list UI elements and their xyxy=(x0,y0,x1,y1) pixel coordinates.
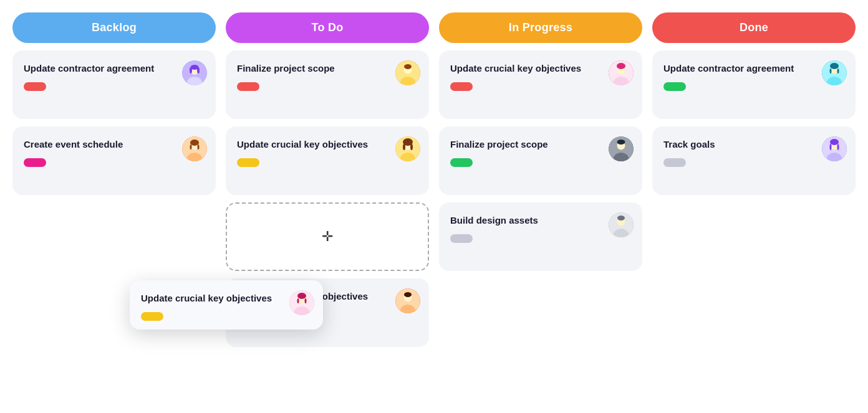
tag-ip3 xyxy=(450,234,473,243)
avatar-t4 xyxy=(395,288,420,313)
svg-point-11 xyxy=(190,140,199,146)
move-icon: ✛ xyxy=(322,229,333,245)
svg-point-45 xyxy=(837,69,839,74)
svg-point-55 xyxy=(297,293,306,299)
card-b2[interactable]: Create event schedule xyxy=(12,126,216,195)
tag-b1 xyxy=(24,82,46,91)
column-header-backlog: Backlog xyxy=(12,12,216,43)
column-header-inprogress: In Progress xyxy=(439,12,642,43)
avatar-circle-ip1 xyxy=(609,60,634,85)
column-done: Done Update contractor agreement xyxy=(652,12,856,195)
avatar-b1 xyxy=(182,60,207,85)
avatar-b2 xyxy=(182,136,207,161)
card-d1[interactable]: Update contractor agreement xyxy=(652,50,856,119)
dragged-card-tag xyxy=(141,312,163,321)
avatar-t1 xyxy=(395,60,420,85)
card-title-ip3: Build design assets xyxy=(450,214,632,227)
tag-ip1 xyxy=(450,82,473,91)
column-backlog: Backlog Update contractor agreement xyxy=(12,12,216,195)
card-title-b2: Create event schedule xyxy=(24,138,206,151)
svg-point-17 xyxy=(404,64,412,69)
svg-point-44 xyxy=(830,69,832,74)
avatar-circle-t4 xyxy=(395,288,420,313)
avatar-circle-b1 xyxy=(182,60,207,85)
avatar-d1 xyxy=(822,60,847,85)
avatar-ip1 xyxy=(609,60,634,85)
card-title-t1: Finalize project scope xyxy=(237,62,419,75)
card-title-ip1: Update crucial key objectives xyxy=(450,62,632,75)
column-inprogress: In Progress Update crucial key objective… xyxy=(439,12,642,271)
svg-point-13 xyxy=(198,145,200,150)
svg-point-27 xyxy=(404,292,412,297)
avatar-circle-d2 xyxy=(822,136,847,161)
card-t2[interactable]: Update crucial key objectives xyxy=(226,126,429,195)
avatar-circle-t1 xyxy=(395,60,420,85)
avatar-ip2 xyxy=(609,136,634,161)
svg-point-22 xyxy=(403,144,405,150)
avatar-circle-t2 xyxy=(395,136,420,161)
card-t1[interactable]: Finalize project scope xyxy=(226,50,429,119)
avatar-circle-ip2 xyxy=(609,136,634,161)
card-ip1[interactable]: Update crucial key objectives xyxy=(439,50,642,119)
avatar-circle-ip3 xyxy=(609,212,634,237)
card-ip2[interactable]: Finalize project scope xyxy=(439,126,642,195)
svg-point-35 xyxy=(617,140,625,145)
svg-point-56 xyxy=(297,298,299,303)
tag-b2 xyxy=(24,158,46,167)
card-title-d1: Update contractor agreement xyxy=(663,62,846,75)
avatar-d2 xyxy=(822,136,847,161)
avatar-circle-b2 xyxy=(182,136,207,161)
svg-point-7 xyxy=(197,67,200,74)
dragged-card-title: Update crucial key objectives xyxy=(141,292,313,305)
tag-d1 xyxy=(663,82,686,91)
drop-zone[interactable]: ✛ xyxy=(226,202,429,271)
tag-t2 xyxy=(237,158,259,167)
card-ip3[interactable]: Build design assets xyxy=(439,202,642,271)
tag-ip2 xyxy=(450,158,473,167)
dragged-card-avatar xyxy=(289,290,314,315)
avatar-t2 xyxy=(395,136,420,161)
column-header-todo: To Do xyxy=(226,12,429,43)
avatar-ip3 xyxy=(609,212,634,237)
svg-point-12 xyxy=(190,145,192,150)
card-d2[interactable]: Track goals xyxy=(652,126,856,195)
dragged-card[interactable]: Update crucial key objectives xyxy=(130,280,323,330)
svg-point-31 xyxy=(617,63,625,69)
svg-point-57 xyxy=(305,298,307,303)
svg-point-49 xyxy=(830,139,839,145)
avatar-circle-d1 xyxy=(822,60,847,85)
card-title-b1: Update contractor agreement xyxy=(24,62,206,75)
card-b1[interactable]: Update contractor agreement xyxy=(12,50,216,119)
svg-point-51 xyxy=(837,144,839,150)
dragged-card-avatar-circle xyxy=(289,290,314,315)
card-title-d2: Track goals xyxy=(663,138,846,151)
card-title-ip2: Finalize project scope xyxy=(450,138,632,151)
svg-point-50 xyxy=(830,144,832,150)
card-title-t2: Update crucial key objectives xyxy=(237,138,419,151)
svg-point-39 xyxy=(617,216,625,221)
column-header-done: Done xyxy=(652,12,856,43)
svg-point-6 xyxy=(190,67,192,74)
tag-t1 xyxy=(237,82,259,91)
tag-d2 xyxy=(663,158,686,167)
svg-point-23 xyxy=(410,144,413,150)
svg-point-43 xyxy=(830,63,839,69)
